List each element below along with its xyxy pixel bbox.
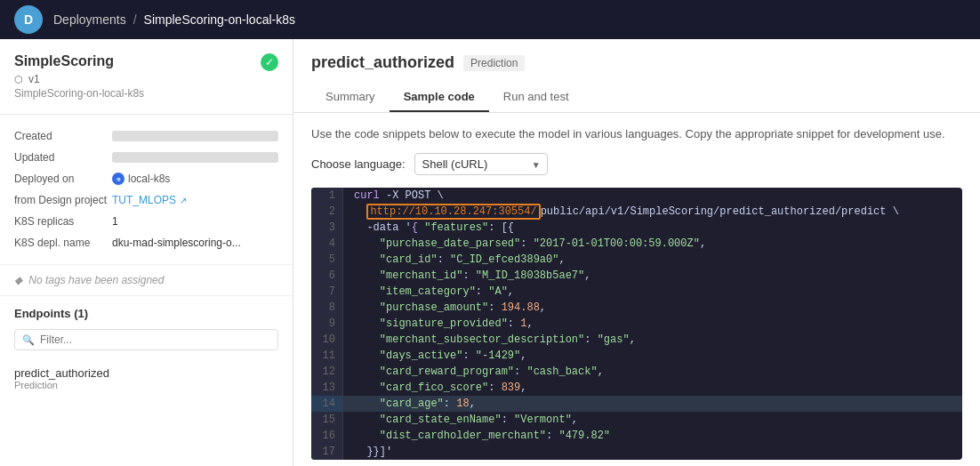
line-code-17: }}]' xyxy=(343,444,962,460)
prediction-badge: Prediction xyxy=(463,55,525,71)
line-number-15: 15 xyxy=(311,412,343,428)
code-line-17: 17 }}]' xyxy=(311,444,962,460)
label-k8s-depl-name: K8S depl. name xyxy=(14,237,112,249)
info-row-deployed: Deployed on ⎈ local-k8s xyxy=(14,168,278,189)
value-updated xyxy=(112,152,278,163)
main-layout: SimpleScoring ⬡ v1 SimpleScoring-on-loca… xyxy=(0,39,980,466)
line-code-14: "card_age": 18, xyxy=(343,396,962,412)
line-code-10: "merchant_subsector_description": "gas", xyxy=(343,332,962,348)
tags-placeholder: No tags have been assigned xyxy=(28,274,164,286)
code-line-4: 4 "purchase_date_parsed": "2017-01-01T00… xyxy=(311,236,962,252)
code-line-6: 6 "merchant_id": "M_ID_18038b5ae7", xyxy=(311,268,962,284)
line-number-5: 5 xyxy=(311,252,343,268)
line-code-8: "purchase_amount": 194.88, xyxy=(343,300,962,316)
breadcrumb-separator: / xyxy=(133,12,137,27)
description-text: Use the code snippets below to execute t… xyxy=(311,127,962,141)
model-version: ⬡ v1 xyxy=(14,73,144,85)
content-title: predict_authorized xyxy=(311,53,454,72)
tag-dot-icon: ◆ xyxy=(14,274,22,286)
line-code-2: http://10.10.28.247:30554/public/api/v1/… xyxy=(343,204,962,220)
info-row-k8s-replicas: K8S replicas 1 xyxy=(14,211,278,232)
code-line-5: 5 "card_id": "C_ID_efced389a0", xyxy=(311,252,962,268)
endpoints-section: Endpoints (1) 🔍 predict_authorized Predi… xyxy=(0,296,293,408)
line-number-14: 14 xyxy=(311,396,343,412)
code-line-14: 14 "card_age": 18, xyxy=(311,396,962,412)
breadcrumb-current: SimpleScoring-on-local-k8s xyxy=(144,12,295,27)
tab-summary[interactable]: Summary xyxy=(311,83,390,112)
code-line-1: 1 curl -X POST \ xyxy=(311,188,962,204)
info-row-k8s-depl-name: K8S depl. name dku-mad-simplescoring-o..… xyxy=(14,232,278,253)
model-title: SimpleScoring xyxy=(14,53,144,69)
filter-icon: 🔍 xyxy=(22,334,35,346)
breadcrumb: Deployments / SimpleScoring-on-local-k8s xyxy=(53,12,295,27)
line-code-1: curl -X POST \ xyxy=(343,188,962,204)
status-check-icon: ✓ xyxy=(261,53,278,71)
line-number-16: 16 xyxy=(311,428,343,444)
code-line-3: 3 -data '{ "features": [{ xyxy=(311,220,962,236)
value-k8s-replicas: 1 xyxy=(112,215,278,228)
line-code-3: -data '{ "features": [{ xyxy=(343,220,962,236)
line-number-2: 2 xyxy=(311,204,343,220)
line-code-16: "dist_cardholder_merchant": "479.82" xyxy=(343,428,962,444)
title-row: predict_authorized Prediction xyxy=(311,53,962,72)
line-number-7: 7 xyxy=(311,284,343,300)
value-created xyxy=(112,131,278,141)
code-line-15: 15 "card_state_enName": "Vermont", xyxy=(311,412,962,428)
line-number-10: 10 xyxy=(311,332,343,348)
tab-sample-code[interactable]: Sample code xyxy=(390,83,489,112)
code-block: 1 curl -X POST \ 2 http://10.10.28.247:3… xyxy=(311,188,962,460)
url-highlight: http://10.10.28.247:30554/ xyxy=(366,204,540,220)
sidebar: SimpleScoring ⬡ v1 SimpleScoring-on-loca… xyxy=(0,39,293,466)
endpoint-item[interactable]: predict_authorized Prediction xyxy=(14,359,278,398)
label-deployed: Deployed on xyxy=(14,173,112,185)
line-code-11: "days_active": "-1429", xyxy=(343,348,962,364)
filter-box[interactable]: 🔍 xyxy=(14,329,278,350)
label-created: Created xyxy=(14,130,112,142)
line-number-17: 17 xyxy=(311,444,343,460)
label-design-project: from Design project xyxy=(14,194,112,206)
line-code-6: "merchant_id": "M_ID_18038b5ae7", xyxy=(343,268,962,284)
line-code-15: "card_state_enName": "Vermont", xyxy=(343,412,962,428)
content-body: Use the code snippets below to execute t… xyxy=(293,113,980,466)
line-code-13: "card_fico_score": 839, xyxy=(343,380,962,396)
app-logo: D xyxy=(14,5,43,34)
line-code-5: "card_id": "C_ID_efced389a0", xyxy=(343,252,962,268)
external-link-icon: ↗ xyxy=(180,196,187,205)
line-number-6: 6 xyxy=(311,268,343,284)
tab-run-and-test[interactable]: Run and test xyxy=(489,83,583,112)
line-code-7: "item_category": "A", xyxy=(343,284,962,300)
line-number-11: 11 xyxy=(311,348,343,364)
filter-input[interactable] xyxy=(40,333,270,346)
info-row-created: Created xyxy=(14,125,278,147)
model-subtitle: SimpleScoring-on-local-k8s xyxy=(14,87,144,100)
sidebar-header: SimpleScoring ⬡ v1 SimpleScoring-on-loca… xyxy=(0,39,293,115)
line-number-4: 4 xyxy=(311,236,343,252)
label-k8s-replicas: K8S replicas xyxy=(14,215,112,228)
line-number-1: 1 xyxy=(311,188,343,204)
code-line-16: 16 "dist_cardholder_merchant": "479.82" xyxy=(311,428,962,444)
line-number-8: 8 xyxy=(311,300,343,316)
breadcrumb-parent[interactable]: Deployments xyxy=(53,12,126,27)
k8s-icon: ⎈ xyxy=(112,173,125,185)
value-k8s-depl-name: dku-mad-simplescoring-o... xyxy=(112,237,278,249)
lang-select[interactable]: Shell (cURL) Python R Java xyxy=(414,153,548,175)
top-navigation: D Deployments / SimpleScoring-on-local-k… xyxy=(0,0,980,39)
line-code-4: "purchase_date_parsed": "2017-01-01T00:0… xyxy=(343,236,962,252)
code-line-12: 12 "card_reward_program": "cash_back", xyxy=(311,364,962,380)
label-updated: Updated xyxy=(14,151,112,164)
endpoints-title: Endpoints (1) xyxy=(14,307,278,320)
endpoint-name: predict_authorized xyxy=(14,366,278,380)
info-section: Created Updated Deployed on ⎈ local-k8s … xyxy=(0,115,293,265)
code-line-8: 8 "purchase_amount": 194.88, xyxy=(311,300,962,316)
lang-select-wrapper[interactable]: Shell (cURL) Python R Java ▼ xyxy=(414,153,548,175)
code-line-10: 10 "merchant_subsector_description": "ga… xyxy=(311,332,962,348)
line-code-9: "signature_provided": 1, xyxy=(343,316,962,332)
code-line-2: 2 http://10.10.28.247:30554/public/api/v… xyxy=(311,204,962,220)
lang-label: Choose language: xyxy=(311,157,406,171)
content-header: predict_authorized Prediction Summary Sa… xyxy=(293,39,980,113)
line-number-9: 9 xyxy=(311,316,343,332)
value-design-project[interactable]: TUT_MLOPS ↗ xyxy=(112,194,278,206)
version-icon: ⬡ xyxy=(14,74,23,85)
language-row: Choose language: Shell (cURL) Python R J… xyxy=(311,153,962,175)
value-deployed: ⎈ local-k8s xyxy=(112,173,278,185)
